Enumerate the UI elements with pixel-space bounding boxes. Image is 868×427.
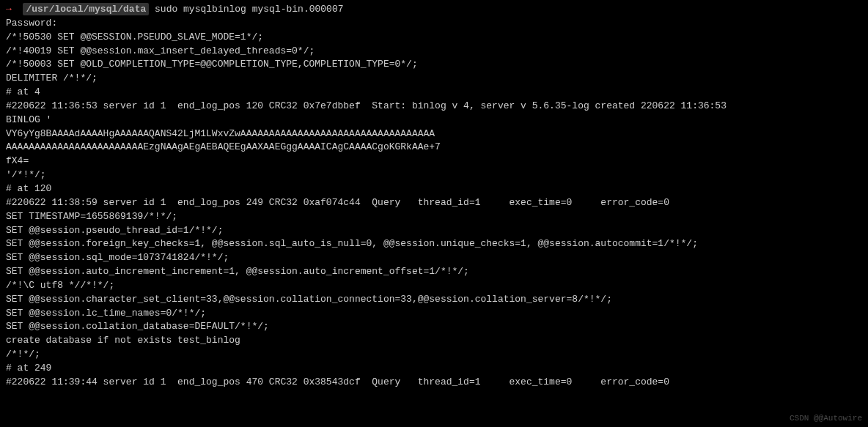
prompt-arrow-icon: → [6, 4, 12, 15]
output-line: fX4= [6, 155, 862, 168]
output-line: /*!50530 SET @@SESSION.PSEUDO_SLAVE_MODE… [6, 31, 862, 45]
prompt-command[interactable]: sudo mysqlbinlog mysql-bin.000007 [155, 4, 343, 15]
output-line: /*!40019 SET @@session.max_insert_delaye… [6, 45, 862, 59]
output-line: SET @@session.sql_mode=1073741824/*!*/; [6, 251, 862, 265]
output-line: SET @@session.character_set_client=33,@@… [6, 293, 862, 307]
terminal-prompt-line: → /usr/local/mysql/data sudo mysqlbinlog… [6, 3, 862, 17]
output-line: # at 249 [6, 362, 862, 376]
output-line: '/*!*/; [6, 168, 862, 182]
output-line: SET @@session.pseudo_thread_id=1/*!*/; [6, 224, 862, 238]
output-line: AAAAAAAAAAAAAAAAAAAAAAAAEzgNAAgAEgAEBAQE… [6, 141, 862, 155]
output-line: SET @@session.auto_increment_increment=1… [6, 265, 862, 279]
output-line: #220622 11:36:53 server id 1 end_log_pos… [6, 100, 862, 114]
terminal-output: Password:/*!50530 SET @@SESSION.PSEUDO_S… [6, 17, 862, 390]
output-line: create database if not exists test_binlo… [6, 334, 862, 348]
output-line: # at 4 [6, 86, 862, 100]
output-line: SET TIMESTAMP=1655869139/*!*/; [6, 210, 862, 224]
output-line: Password: [6, 17, 862, 31]
output-line: SET @@session.lc_time_names=0/*!*/; [6, 307, 862, 321]
output-line: /*!50003 SET @OLD_COMPLETION_TYPE=@@COMP… [6, 58, 862, 72]
output-line: /*!\C utf8 *//*!*/; [6, 279, 862, 293]
output-line: #220622 11:38:59 server id 1 end_log_pos… [6, 196, 862, 210]
output-line: VY6yYg8BAAAAdAAAAHgAAAAAAQANS42LjM1LWxvZ… [6, 127, 862, 141]
output-line: DELIMITER /*!*/; [6, 72, 862, 86]
watermark-text: CSDN @@Autowire [790, 413, 862, 425]
output-line: SET @@session.foreign_key_checks=1, @@se… [6, 237, 862, 251]
output-line: SET @@session.collation_database=DEFAULT… [6, 320, 862, 334]
output-line: # at 120 [6, 182, 862, 196]
output-line: BINLOG ' [6, 114, 862, 127]
prompt-path: /usr/local/mysql/data [23, 3, 149, 15]
output-line: /*!*/; [6, 348, 862, 362]
output-line: #220622 11:39:44 server id 1 end_log_pos… [6, 376, 862, 390]
